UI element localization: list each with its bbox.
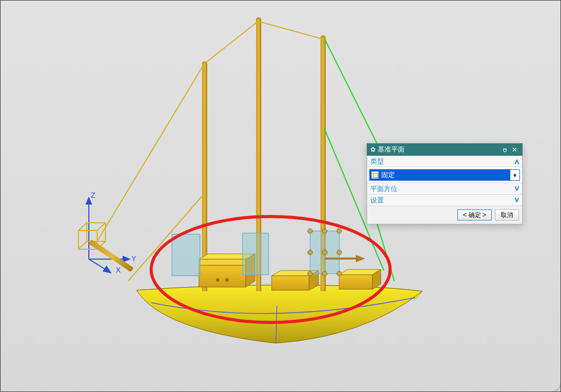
- axis-x-label: X: [116, 266, 121, 274]
- dialog-body: 类型 ʌ 固定 ▾ 平面方位 ʌ 设置 ʌ < 确定 > 取消: [367, 156, 523, 224]
- cancel-button[interactable]: 取消: [495, 209, 519, 221]
- dialog-titlebar[interactable]: ✿ 基准平面 ʊ ✕: [367, 143, 523, 156]
- svg-point-46: [323, 229, 327, 234]
- svg-point-32: [225, 278, 229, 281]
- datum-plane-2: [243, 233, 269, 275]
- svg-line-20: [204, 21, 258, 64]
- type-select-icon: [370, 170, 380, 180]
- datum-plane-dialog[interactable]: ✿ 基准平面 ʊ ✕ 类型 ʌ 固定 ▾ 平面方位 ʌ 设置 ʌ < 确定 > …: [367, 143, 523, 224]
- svg-point-43: [337, 229, 342, 234]
- ok-button[interactable]: < 确定 >: [457, 209, 492, 221]
- type-select[interactable]: 固定 ▾: [369, 169, 520, 181]
- section-settings-header[interactable]: 设置 ʌ: [367, 195, 522, 206]
- svg-rect-12: [88, 239, 133, 272]
- section-type-header[interactable]: 类型 ʌ: [367, 156, 522, 167]
- section-orientation-label: 平面方位: [370, 184, 515, 194]
- svg-line-19: [98, 64, 204, 240]
- svg-point-45: [337, 272, 342, 276]
- section-type-content: 固定 ▾: [367, 167, 522, 183]
- section-orientation-header[interactable]: 平面方位 ʌ: [367, 183, 522, 195]
- svg-marker-5: [103, 266, 111, 273]
- svg-line-21: [258, 21, 323, 39]
- svg-marker-52: [356, 255, 365, 262]
- close-icon[interactable]: ✕: [510, 146, 519, 154]
- dialog-actions: < 确定 > 取消: [367, 206, 522, 224]
- rigging-fore: [98, 21, 323, 281]
- svg-point-44: [308, 272, 313, 276]
- reset-icon[interactable]: ʊ: [500, 146, 510, 154]
- svg-marker-39: [172, 234, 200, 276]
- chevron-up-icon: ʌ: [515, 157, 519, 166]
- svg-point-18: [320, 35, 326, 38]
- svg-marker-40: [243, 233, 269, 275]
- svg-point-47: [323, 272, 327, 276]
- section-settings-label: 设置: [370, 196, 515, 205]
- svg-point-42: [308, 229, 313, 234]
- svg-point-16: [256, 17, 261, 20]
- svg-marker-27: [199, 259, 246, 265]
- chevron-down-icon: ʌ: [515, 185, 519, 193]
- axis-z-label: Z: [91, 191, 96, 199]
- deck-box-3: [339, 269, 381, 289]
- svg-rect-36: [339, 275, 372, 289]
- datum-plane-1: [172, 234, 200, 276]
- chevron-down-icon: ʌ: [515, 196, 519, 205]
- svg-line-10: [78, 241, 87, 249]
- svg-line-8: [78, 223, 87, 231]
- section-type-label: 类型: [370, 157, 515, 166]
- svg-rect-30: [199, 265, 246, 287]
- svg-rect-33: [272, 276, 309, 290]
- gear-icon: ✿: [370, 146, 376, 153]
- svg-point-31: [216, 278, 219, 281]
- dialog-title: 基准平面: [378, 145, 500, 154]
- type-select-value: 固定: [380, 170, 510, 180]
- chevron-down-icon[interactable]: ▾: [510, 170, 519, 180]
- svg-point-50: [322, 250, 327, 255]
- axis-y-label: Y: [131, 254, 137, 263]
- svg-point-49: [337, 250, 342, 255]
- svg-point-48: [308, 250, 313, 255]
- svg-marker-3: [123, 256, 129, 262]
